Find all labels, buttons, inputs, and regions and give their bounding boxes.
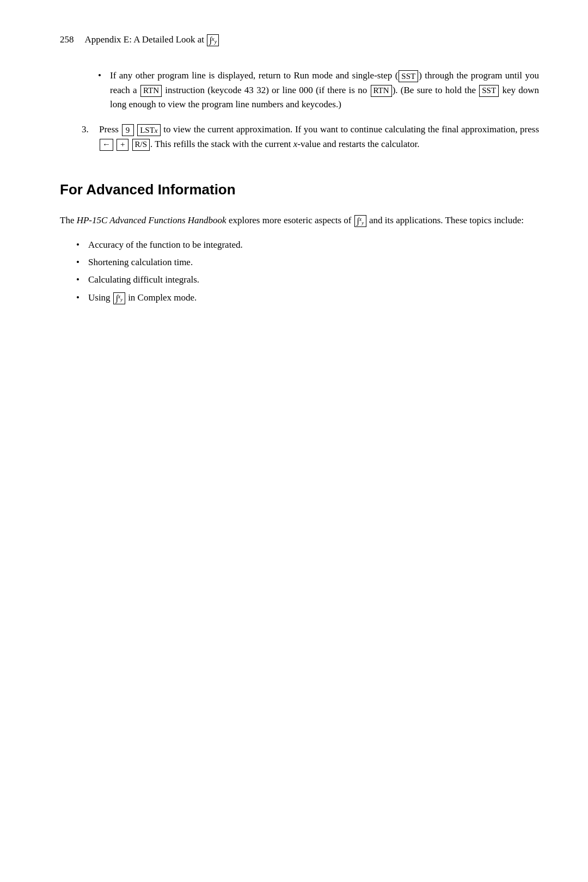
item-number-3: 3. [82,122,99,151]
page-number: 258 [60,33,74,47]
sst-key-1: SST [399,70,418,82]
section-heading: For Advanced Information [60,179,539,200]
sst-key-2: SST [479,85,499,97]
key-rs: R/S [132,139,150,151]
numbered-item-3: 3. Press 9 LSTx to view the current appr… [82,122,539,151]
list-item-accuracy: Accuracy of the function to be integrate… [76,238,539,252]
rtn-key-2: RTN [371,85,392,97]
integral-key-bullet: ∫xy [113,292,125,304]
item-3-content: Press 9 LSTx to view the current approxi… [99,122,539,151]
list-item-difficult: Calculating difficult integrals. [76,273,539,287]
intro-paragraph: The HP-15C Advanced Functions Handbook e… [60,213,539,228]
header-key-integral: ∫xy [207,34,219,46]
page-header: 258 Appendix E: A Detailed Look at ∫xy [60,33,539,47]
key-lstx: LSTx [137,124,160,136]
list-item-shortening: Shortening calculation time. [76,255,539,270]
list-item-using: Using ∫xy in Complex mode. [76,291,539,305]
key-9: 9 [122,124,134,136]
header-title: Appendix E: A Detailed Look at ∫xy [85,33,220,47]
bullet-list-top: If any other program line is displayed, … [98,69,539,112]
rtn-key-1: RTN [140,85,162,97]
list-item-program-line: If any other program line is displayed, … [98,69,539,112]
book-title: HP-15C Advanced Functions Handbook [77,215,226,225]
section-content: If any other program line is displayed, … [82,69,539,151]
advanced-info-list: Accuracy of the function to be integrate… [76,238,539,305]
key-plus: + [117,139,128,151]
key-back-arrow: ← [100,139,113,151]
integral-key-intro: ∫xy [354,215,366,227]
